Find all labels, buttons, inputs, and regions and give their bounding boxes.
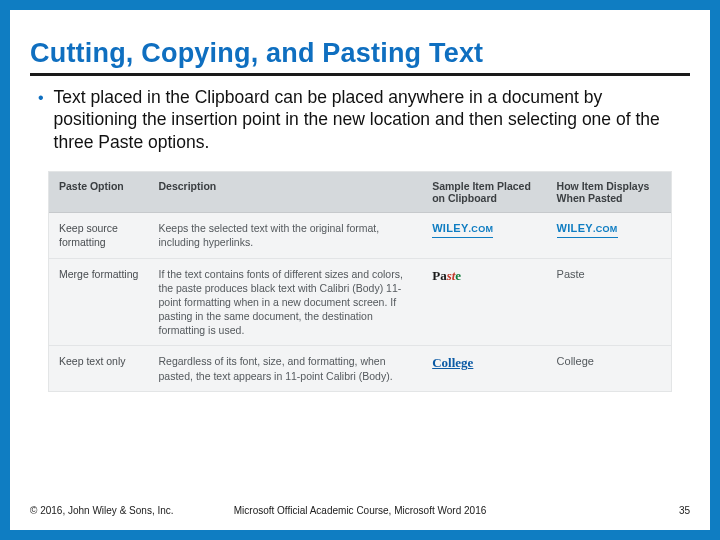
cell-description: If the text contains fonts of different …	[149, 258, 423, 346]
wiley-suffix: .COM	[593, 224, 618, 234]
mixed-p2: st	[447, 268, 456, 283]
course-title: Microsoft Official Academic Course, Micr…	[30, 505, 690, 516]
cell-description: Regardless of its font, size, and format…	[149, 346, 423, 391]
col-header-description: Description	[149, 172, 423, 213]
cell-option: Keep source formatting	[49, 213, 149, 258]
mixed-p3: e	[455, 268, 461, 283]
slide-body: Cutting, Copying, and Pasting Text • Tex…	[10, 10, 710, 530]
plain-result: College	[557, 355, 594, 367]
col-header-option: Paste Option	[49, 172, 149, 213]
cell-display: WILEY.COM	[547, 213, 671, 258]
wiley-brand: WILEY	[432, 222, 468, 234]
table-row: Keep source formatting Keeps the selecte…	[49, 213, 671, 258]
cell-sample: WILEY.COM	[422, 213, 546, 258]
title-underline	[30, 73, 690, 76]
col-header-sample: Sample Item Placed on Clipboard	[422, 172, 546, 213]
cell-display: College	[547, 346, 671, 391]
cell-sample: College	[422, 346, 546, 391]
bullet-icon: •	[38, 87, 44, 109]
slide-title: Cutting, Copying, and Pasting Text	[30, 38, 690, 69]
cell-sample: Paste	[422, 258, 546, 346]
cell-option: Keep text only	[49, 346, 149, 391]
mixed-font-sample: Paste	[432, 268, 461, 283]
table-header-row: Paste Option Description Sample Item Pla…	[49, 172, 671, 213]
mixed-p1: Pa	[432, 268, 446, 283]
table-row: Merge formatting If the text contains fo…	[49, 258, 671, 346]
cell-display: Paste	[547, 258, 671, 346]
wiley-suffix: .COM	[469, 224, 494, 234]
slide-frame: Cutting, Copying, and Pasting Text • Tex…	[0, 0, 720, 540]
plain-result: Paste	[557, 268, 585, 280]
wiley-logo-icon: WILEY.COM	[432, 221, 493, 238]
bullet-text: Text placed in the Clipboard can be plac…	[54, 86, 686, 153]
paste-options-table: Paste Option Description Sample Item Pla…	[48, 171, 672, 392]
wiley-brand: WILEY	[557, 222, 593, 234]
college-styled-sample: College	[432, 355, 473, 370]
cell-description: Keeps the selected text with the origina…	[149, 213, 423, 258]
wiley-logo-icon: WILEY.COM	[557, 221, 618, 238]
bullet-item: • Text placed in the Clipboard can be pl…	[30, 86, 690, 163]
col-header-display: How Item Displays When Pasted	[547, 172, 671, 213]
table-row: Keep text only Regardless of its font, s…	[49, 346, 671, 391]
cell-option: Merge formatting	[49, 258, 149, 346]
slide-footer: © 2016, John Wiley & Sons, Inc. Microsof…	[30, 505, 690, 516]
